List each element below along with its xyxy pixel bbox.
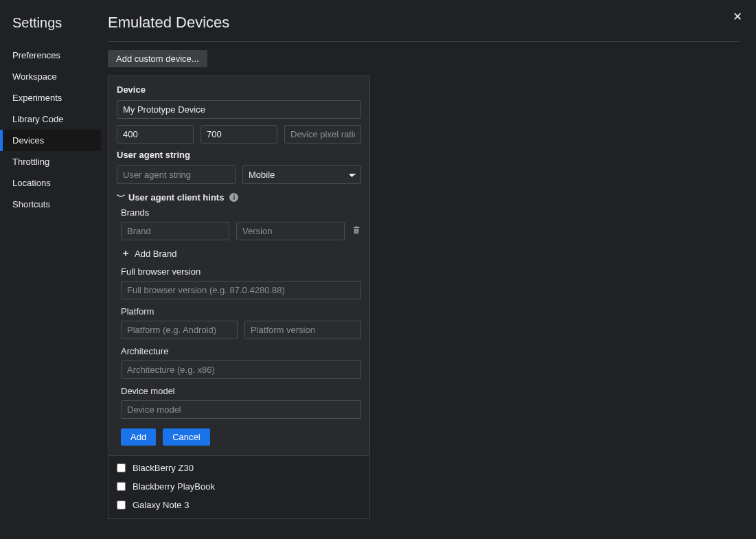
sidebar-item-preferences[interactable]: Preferences bbox=[0, 45, 101, 66]
ua-string-input[interactable] bbox=[117, 165, 236, 184]
device-checkbox[interactable] bbox=[117, 501, 126, 509]
brands-label: Brands bbox=[121, 207, 361, 218]
chevron-down-icon: ﹀ bbox=[117, 191, 126, 203]
sidebar-item-locations[interactable]: Locations bbox=[0, 172, 101, 194]
platform-label: Platform bbox=[121, 306, 361, 317]
info-icon[interactable]: i bbox=[229, 193, 238, 202]
device-list-item[interactable]: BlackBerry Z30 bbox=[115, 459, 363, 477]
trash-icon[interactable] bbox=[352, 225, 361, 237]
client-hints-label: User agent client hints bbox=[128, 192, 224, 203]
sidebar-item-throttling[interactable]: Throttling bbox=[0, 151, 101, 172]
device-model-label: Device model bbox=[121, 386, 361, 396]
platform-version-input[interactable] bbox=[244, 321, 361, 339]
add-brand-label: Add Brand bbox=[135, 249, 176, 259]
device-checkbox[interactable] bbox=[117, 482, 126, 491]
brand-input[interactable] bbox=[121, 222, 229, 240]
cancel-button[interactable]: Cancel bbox=[163, 428, 209, 446]
brand-version-input[interactable] bbox=[236, 222, 345, 240]
client-hints-expander[interactable]: ﹀ User agent client hints i bbox=[117, 191, 361, 203]
device-editor-panel: Device User agent string Mobile ﹀ User bbox=[108, 76, 370, 519]
device-model-input[interactable] bbox=[121, 400, 361, 419]
device-list-item[interactable]: Galaxy Note 3 bbox=[115, 496, 363, 514]
page-title: Emulated Devices bbox=[108, 14, 740, 32]
plus-icon: ＋ bbox=[121, 247, 130, 260]
sidebar-item-devices[interactable]: Devices bbox=[0, 130, 101, 151]
sidebar-item-library-code[interactable]: Library Code bbox=[0, 108, 101, 130]
ua-type-select[interactable]: Mobile bbox=[242, 165, 361, 184]
device-height-input[interactable] bbox=[201, 125, 277, 144]
device-label: Galaxy Note 3 bbox=[133, 500, 189, 510]
add-button[interactable]: Add bbox=[121, 428, 156, 446]
device-list-item[interactable]: Blackberry PlayBook bbox=[115, 477, 363, 496]
settings-title: Settings bbox=[0, 14, 101, 45]
add-custom-device-button[interactable]: Add custom device... bbox=[108, 50, 207, 67]
device-list: BlackBerry Z30 Blackberry PlayBook Galax… bbox=[108, 455, 369, 518]
device-width-input[interactable] bbox=[117, 125, 194, 144]
ua-section-label: User agent string bbox=[117, 150, 361, 160]
full-browser-label: Full browser version bbox=[121, 266, 361, 277]
architecture-label: Architecture bbox=[121, 346, 361, 356]
sidebar-item-workspace[interactable]: Workspace bbox=[0, 66, 101, 87]
close-icon[interactable]: ✕ bbox=[731, 10, 744, 23]
device-section-label: Device bbox=[117, 84, 361, 95]
title-divider bbox=[108, 41, 740, 42]
device-label: Blackberry PlayBook bbox=[133, 481, 215, 492]
device-checkbox[interactable] bbox=[117, 463, 126, 472]
sidebar-item-experiments[interactable]: Experiments bbox=[0, 87, 101, 108]
add-brand-button[interactable]: ＋ Add Brand bbox=[121, 247, 176, 260]
device-label: BlackBerry Z30 bbox=[133, 463, 194, 473]
device-dpr-input[interactable] bbox=[284, 125, 361, 144]
platform-input[interactable] bbox=[121, 321, 238, 339]
device-name-input[interactable] bbox=[117, 100, 361, 119]
full-browser-input[interactable] bbox=[121, 281, 361, 299]
architecture-input[interactable] bbox=[121, 360, 361, 379]
sidebar-item-shortcuts[interactable]: Shortcuts bbox=[0, 194, 101, 215]
